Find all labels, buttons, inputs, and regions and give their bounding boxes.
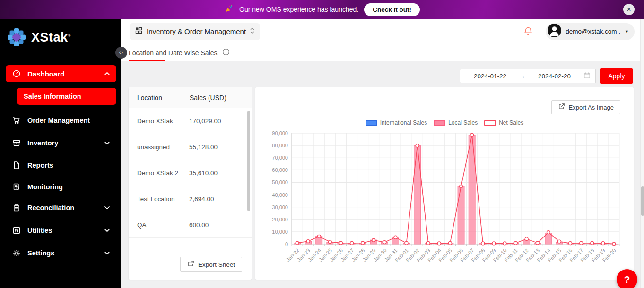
page-scrollbar-thumb[interactable] xyxy=(641,186,644,216)
tab-location-date-wise-sales[interactable]: Location and Date Wise Sales xyxy=(129,48,230,57)
app-grid-icon xyxy=(135,27,142,36)
table-row: Demo XStak 2 35,610.00 xyxy=(129,160,252,186)
sidebar-item-monitoring[interactable]: Monitoring xyxy=(6,180,116,194)
gear-icon xyxy=(12,249,21,257)
avatar xyxy=(548,24,561,39)
content-area: 2024-01-22 → 2024-02-20 Apply Location S… xyxy=(121,61,644,288)
party-popper-icon xyxy=(224,4,234,15)
promo-banner: Our new OMS experience has launched. Che… xyxy=(0,0,644,19)
apply-button[interactable]: Apply xyxy=(600,68,633,84)
svg-text:20,000: 20,000 xyxy=(272,217,288,222)
chevron-down-icon xyxy=(104,206,110,210)
legend-item-international-sales[interactable]: International Sales xyxy=(366,119,427,126)
export-icon xyxy=(187,260,194,269)
sidebar-item-order-management[interactable]: Order Management xyxy=(6,113,116,127)
svg-text:10,000: 10,000 xyxy=(272,229,288,235)
legend-swatch-international xyxy=(366,120,377,126)
legend-item-net-sales[interactable]: Net Sales xyxy=(484,119,523,126)
chevron-down-icon xyxy=(104,141,110,145)
column-header-location: Location xyxy=(129,94,188,102)
xstak-logo-icon xyxy=(7,27,26,47)
sidebar-item-settings[interactable]: Settings xyxy=(6,246,116,260)
legend-swatch-local xyxy=(434,120,445,126)
end-date-input[interactable]: 2024-02-20 xyxy=(529,73,580,80)
location-sales-table: Location Sales (USD) Demo XStak 170,029.… xyxy=(129,87,252,250)
clipboard-icon xyxy=(12,203,21,212)
location-sales-panel: Location Sales (USD) Demo XStak 170,029.… xyxy=(129,87,252,280)
sidebar: XStak® Dashboard Sales Information Order… xyxy=(0,19,121,288)
svg-text:40,000: 40,000 xyxy=(272,192,288,198)
range-arrow-icon: → xyxy=(519,73,525,80)
sidebar-item-sales-information[interactable]: Sales Information xyxy=(17,88,116,105)
legend-item-local-sales[interactable]: Local Sales xyxy=(434,119,478,126)
info-icon[interactable] xyxy=(222,48,230,57)
sidebar-item-reconciliation[interactable]: Reconciliation xyxy=(6,201,116,215)
help-button[interactable]: ? xyxy=(617,269,637,288)
start-date-input[interactable]: 2024-01-22 xyxy=(465,73,515,80)
sidebar-item-utilities[interactable]: Utilities xyxy=(6,223,116,237)
page-scrollbar[interactable] xyxy=(640,19,644,288)
export-as-image-button[interactable]: Export As Image xyxy=(551,100,620,114)
svg-text:80,000: 80,000 xyxy=(272,143,288,148)
sidebar-collapse-button[interactable]: ‹› xyxy=(115,47,127,59)
sidebar-item-inventory[interactable]: Inventory xyxy=(6,136,116,150)
legend-swatch-net xyxy=(484,120,496,126)
calendar-icon xyxy=(583,72,591,81)
chevron-down-icon xyxy=(104,229,110,232)
sidebar-item-dashboard[interactable]: Dashboard xyxy=(6,65,116,82)
cart-icon xyxy=(12,116,21,125)
svg-text:50,000: 50,000 xyxy=(272,179,288,185)
sales-chart: 010,00020,00030,00040,00050,00060,00070,… xyxy=(265,129,629,273)
xstak-logo: XStak® xyxy=(7,27,71,47)
date-range-picker[interactable]: 2024-01-22 → 2024-02-20 xyxy=(460,69,596,83)
column-header-sales: Sales (USD) xyxy=(188,93,252,103)
topbar: Inventory & Order Management demo@xstak.… xyxy=(121,19,644,44)
table-row-partial xyxy=(129,238,252,250)
svg-text:30,000: 30,000 xyxy=(272,204,288,210)
chevron-up-icon xyxy=(104,72,110,76)
sidebar-item-reports[interactable]: Reports xyxy=(6,158,116,172)
caret-down-icon: ▼ xyxy=(625,29,629,34)
document-sync-icon xyxy=(12,183,21,191)
archive-box-icon xyxy=(12,139,21,147)
table-row: Test Location 2,694.00 xyxy=(129,186,252,212)
document-icon xyxy=(12,161,21,169)
user-email: demo@xstak.com . xyxy=(566,28,620,35)
chevron-down-icon xyxy=(104,251,110,255)
tab-row: ‹› Location and Date Wise Sales xyxy=(121,44,644,61)
notification-bell-icon[interactable] xyxy=(523,26,533,37)
svg-text:0: 0 xyxy=(285,241,288,247)
export-sheet-button[interactable]: Export Sheet xyxy=(180,257,242,272)
check-it-out-button[interactable]: Check it out! xyxy=(364,3,420,16)
sales-chart-panel: Export As Image International Sales Loca… xyxy=(255,87,634,280)
chart-legend: International Sales Local Sales Net Sale… xyxy=(255,119,634,126)
banner-message: Our new OMS experience has launched. xyxy=(239,6,358,13)
selector-arrows-icon xyxy=(250,27,254,36)
table-row: unassigned 55,128.00 xyxy=(129,134,252,160)
svg-text:70,000: 70,000 xyxy=(272,155,288,161)
app-root: Our new OMS experience has launched. Che… xyxy=(0,0,644,288)
table-header: Location Sales (USD) xyxy=(129,87,252,108)
table-row: QA 600.00 xyxy=(129,212,252,238)
table-scrollbar[interactable] xyxy=(247,111,250,211)
app-switcher-dropdown[interactable]: Inventory & Order Management xyxy=(130,23,260,40)
svg-text:60,000: 60,000 xyxy=(272,167,288,173)
banner-close-icon[interactable]: ✕ xyxy=(623,4,635,15)
dashboard-gauge-icon xyxy=(12,69,21,78)
brand-name: XStak® xyxy=(31,30,71,45)
table-row: Demo XStak 170,029.00 xyxy=(129,108,252,134)
svg-text:90,000: 90,000 xyxy=(272,130,288,136)
user-menu[interactable]: demo@xstak.com . ▼ xyxy=(546,23,635,40)
sliders-icon xyxy=(12,226,21,235)
export-icon xyxy=(558,103,565,111)
